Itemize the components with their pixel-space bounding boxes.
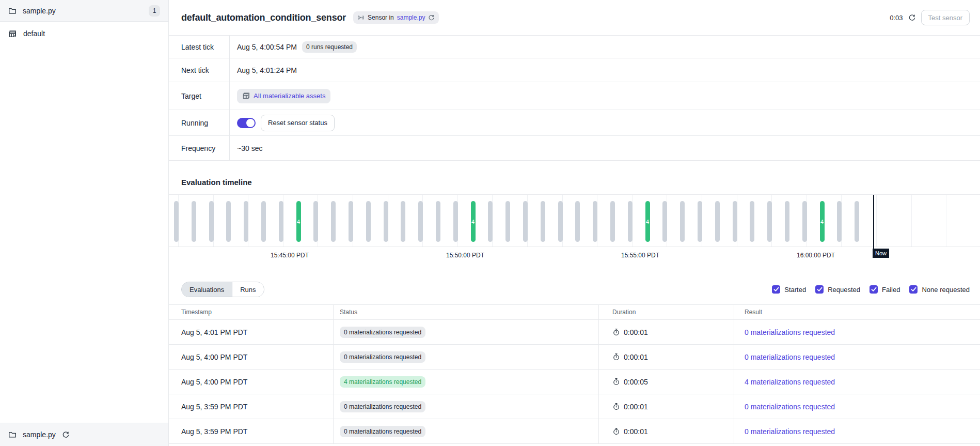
timeline-bar-none-requested[interactable] — [418, 201, 423, 242]
results-table-header: TimestampStatusDurationResult — [169, 304, 980, 320]
filter-started[interactable]: Started — [772, 285, 806, 294]
running-toggle[interactable] — [237, 118, 256, 128]
reset-sensor-status-button[interactable]: Reset sensor status — [261, 115, 335, 131]
timeline-bar-none-requested[interactable] — [750, 201, 754, 242]
timeline-bar-none-requested[interactable] — [662, 201, 667, 242]
timestamp-text: Aug 5, 4:00 PM PDT — [181, 353, 247, 361]
timeline-bar-none-requested[interactable] — [279, 201, 283, 242]
timestamp-text: Aug 5, 4:00 PM PDT — [181, 378, 247, 386]
timeline-plot: 4444 — [169, 194, 980, 247]
timeline-bar-none-requested[interactable] — [453, 201, 458, 242]
timeline-gridline — [911, 195, 912, 247]
timeline-bar-none-requested[interactable] — [261, 201, 266, 242]
timeline-bar-none-requested[interactable] — [244, 201, 248, 242]
axis-tick-label: 15:55:00 PDT — [621, 252, 659, 259]
page-header: default_automation_condition_sensor Sens… — [169, 0, 980, 36]
duration-text: 0:00:01 — [624, 403, 648, 411]
column-header-status: Status — [334, 305, 599, 319]
timeline-bar-requested[interactable]: 4 — [820, 201, 825, 242]
target-chip[interactable]: All materializable assets — [237, 89, 330, 103]
sidebar-item-sample-py[interactable]: sample.py 1 — [0, 0, 168, 22]
sensor-page: sample.py 1 default sample.py default_au… — [0, 0, 980, 446]
checkbox-checked[interactable] — [815, 285, 824, 294]
timeline-bar-none-requested[interactable] — [401, 201, 405, 242]
timeline-bar-none-requested[interactable] — [226, 201, 231, 242]
timeline-bar-none-requested[interactable] — [767, 201, 772, 242]
timeline-bar-none-requested[interactable] — [384, 201, 388, 242]
tab-runs[interactable]: Runs — [232, 282, 263, 297]
folder-icon — [8, 430, 17, 439]
filter-label: Failed — [882, 286, 900, 294]
tab-evaluations[interactable]: Evaluations — [182, 282, 232, 297]
result-link[interactable]: 0 materializations requested — [745, 427, 835, 436]
filter-requested[interactable]: Requested — [815, 285, 860, 294]
timeline-bar-none-requested[interactable] — [192, 201, 196, 242]
info-row-latest-tick: Latest tickAug 5, 4:00:54 PM0 runs reque… — [169, 36, 980, 58]
timeline-bar-requested[interactable]: 4 — [645, 201, 650, 242]
timeline-bar-none-requested[interactable] — [505, 201, 510, 242]
timeline-bar-none-requested[interactable] — [610, 201, 615, 242]
checkbox-checked[interactable] — [772, 285, 780, 294]
timeline-bar-none-requested[interactable] — [802, 201, 807, 242]
timeline-bar-none-requested[interactable] — [575, 201, 580, 242]
info-label: Target — [169, 82, 230, 110]
target-chip-label: All materializable assets — [254, 92, 325, 100]
result-link[interactable]: 0 materializations requested — [745, 328, 835, 336]
timeline-bar-none-requested[interactable] — [680, 201, 685, 242]
info-label-text: Running — [181, 119, 208, 127]
timeline-bar-none-requested[interactable] — [209, 201, 214, 242]
refresh-icon[interactable] — [908, 14, 916, 22]
tick-countdown: 0:03 — [890, 14, 903, 22]
timeline-bar-none-requested[interactable] — [523, 201, 528, 242]
column-header-result: Result — [734, 305, 980, 319]
filter-failed[interactable]: Failed — [870, 285, 900, 294]
timestamp-cell: Aug 5, 4:00 PM PDT — [169, 345, 334, 369]
folder-icon — [8, 7, 17, 15]
sidebar-footer-sample-py[interactable]: sample.py — [0, 423, 168, 446]
toggle-knob — [246, 119, 255, 127]
checkbox-checked[interactable] — [909, 285, 918, 294]
timeline-bar-none-requested[interactable] — [733, 201, 737, 242]
timeline-bar-none-requested[interactable] — [785, 201, 789, 242]
result-link[interactable]: 0 materializations requested — [745, 353, 835, 361]
test-sensor-button[interactable]: Test sensor — [921, 10, 970, 25]
runs-requested-badge: 0 runs requested — [302, 41, 357, 53]
info-value: All materializable assets — [230, 89, 330, 103]
timeline-bar-none-requested[interactable] — [628, 201, 633, 242]
axis-tick-label: 16:00:00 PDT — [797, 252, 835, 259]
info-row-target: TargetAll materializable assets — [169, 82, 980, 110]
timestamp-cell: Aug 5, 3:59 PM PDT — [169, 419, 334, 443]
timeline-bar-none-requested[interactable] — [541, 201, 545, 242]
timeline-bar-none-requested[interactable] — [715, 201, 720, 242]
timeline-bar-none-requested[interactable] — [313, 201, 318, 242]
result-cell: 0 materializations requested — [734, 419, 980, 443]
timeline-bar-none-requested[interactable] — [698, 201, 702, 242]
status-cell: 0 materializations requested — [334, 345, 599, 369]
filter-none-requested[interactable]: None requested — [909, 285, 970, 294]
sensor-location-link[interactable]: sample.py — [397, 14, 425, 21]
timeline-bar-requested[interactable]: 4 — [471, 201, 476, 242]
timeline-bar-none-requested[interactable] — [855, 201, 859, 242]
column-header-timestamp: Timestamp — [169, 305, 334, 319]
result-link[interactable]: 4 materializations requested — [745, 378, 835, 386]
result-link[interactable]: 0 materializations requested — [745, 403, 835, 411]
timeline-bar-none-requested[interactable] — [349, 201, 353, 242]
axis-tick-label: 15:50:00 PDT — [446, 252, 484, 259]
timeline-bar-none-requested[interactable] — [331, 201, 336, 242]
timeline-bar-none-requested[interactable] — [558, 201, 563, 242]
reload-icon[interactable] — [428, 14, 435, 21]
info-value: Aug 5, 4:00:54 PM0 runs requested — [230, 41, 357, 53]
timeline-bar-none-requested[interactable] — [174, 201, 179, 242]
timeline-bar-none-requested[interactable] — [593, 201, 597, 242]
timeline-bar-none-requested[interactable] — [488, 201, 493, 242]
timeline-bar-none-requested[interactable] — [366, 201, 371, 242]
timeline-bar-none-requested[interactable] — [837, 201, 842, 242]
timeline-bar-none-requested[interactable] — [436, 201, 440, 242]
timestamp-text: Aug 5, 3:59 PM PDT — [181, 427, 247, 436]
timeline-bar-requested[interactable]: 4 — [296, 201, 301, 242]
sensor-info-table: Latest tickAug 5, 4:00:54 PM0 runs reque… — [169, 36, 980, 161]
stopwatch-icon — [612, 403, 620, 410]
checkbox-checked[interactable] — [870, 285, 878, 294]
sidebar-item-default[interactable]: default — [0, 22, 168, 45]
reload-location-icon[interactable] — [62, 431, 70, 439]
